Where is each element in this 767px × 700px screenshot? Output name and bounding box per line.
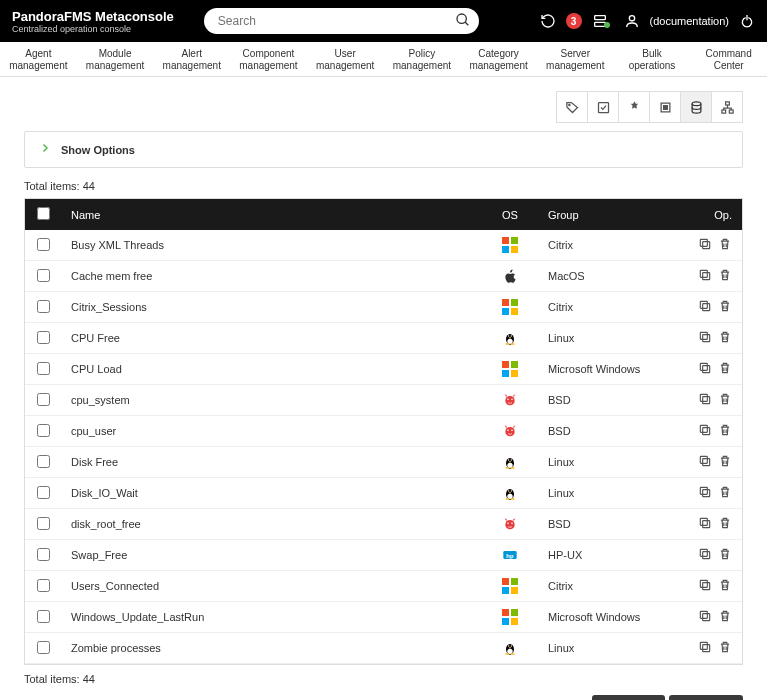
nav-item-bulk[interactable]: Bulkoperations: [614, 48, 691, 72]
create-button[interactable]: Create: [669, 695, 743, 700]
svg-point-57: [507, 523, 509, 525]
trash-icon[interactable]: [718, 485, 732, 501]
nav-item-component[interactable]: Componentmanagement: [230, 48, 307, 72]
row-checkbox[interactable]: [37, 641, 50, 654]
row-checkbox[interactable]: [37, 548, 50, 561]
delete-button[interactable]: Delete: [592, 695, 665, 700]
copy-icon[interactable]: [698, 547, 712, 563]
tool-network-icon[interactable]: [711, 91, 743, 123]
row-name[interactable]: Swap_Free: [61, 540, 482, 571]
row-name[interactable]: Users_Connected: [61, 571, 482, 602]
row-name[interactable]: Citrix_Sessions: [61, 292, 482, 323]
row-name[interactable]: Cache mem free: [61, 261, 482, 292]
trash-icon[interactable]: [718, 640, 732, 656]
row-checkbox[interactable]: [37, 610, 50, 623]
row-checkbox[interactable]: [37, 269, 50, 282]
search-input[interactable]: [204, 8, 479, 34]
copy-icon[interactable]: [698, 237, 712, 253]
svg-rect-19: [700, 301, 707, 308]
row-os: [482, 292, 538, 323]
copy-icon[interactable]: [698, 423, 712, 439]
copy-icon[interactable]: [698, 361, 712, 377]
nav-item-user[interactable]: Usermanagement: [307, 48, 384, 72]
nav-item-agent[interactable]: Agentmanagement: [0, 48, 77, 72]
copy-icon[interactable]: [698, 516, 712, 532]
trash-icon[interactable]: [718, 454, 732, 470]
trash-icon[interactable]: [718, 299, 732, 315]
svg-point-73: [505, 653, 509, 655]
header-group[interactable]: Group: [538, 199, 678, 230]
svg-rect-66: [700, 580, 707, 587]
nav-item-category[interactable]: Categorymanagement: [460, 48, 537, 72]
row-checkbox[interactable]: [37, 331, 50, 344]
row-checkbox[interactable]: [37, 393, 50, 406]
nav-item-module[interactable]: Modulemanagement: [77, 48, 154, 72]
row-checkbox[interactable]: [37, 486, 50, 499]
copy-icon[interactable]: [698, 640, 712, 656]
row-name[interactable]: CPU Load: [61, 354, 482, 385]
copy-icon[interactable]: [698, 268, 712, 284]
trash-icon[interactable]: [718, 547, 732, 563]
user-icon[interactable]: [624, 13, 640, 29]
copy-icon[interactable]: [698, 330, 712, 346]
copy-icon[interactable]: [698, 609, 712, 625]
row-checkbox[interactable]: [37, 362, 50, 375]
logout-icon[interactable]: [739, 13, 755, 29]
tool-inventory-icon[interactable]: [649, 91, 681, 123]
svg-point-56: [505, 520, 514, 529]
row-name[interactable]: Disk Free: [61, 447, 482, 478]
trash-icon[interactable]: [718, 392, 732, 408]
nav-item-command[interactable]: CommandCenter: [690, 48, 767, 72]
username-label[interactable]: (documentation): [650, 15, 730, 27]
copy-icon[interactable]: [698, 578, 712, 594]
tool-tag-icon[interactable]: [556, 91, 588, 123]
alert-badge[interactable]: 3: [566, 13, 582, 29]
header-os[interactable]: OS: [482, 199, 538, 230]
row-name[interactable]: CPU Free: [61, 323, 482, 354]
row-name[interactable]: Zombie processes: [61, 633, 482, 664]
row-checkbox[interactable]: [37, 238, 50, 251]
header-checkbox[interactable]: [25, 199, 61, 230]
tool-database-icon[interactable]: [680, 91, 712, 123]
row-checkbox[interactable]: [37, 517, 50, 530]
nav-item-policy[interactable]: Policymanagement: [384, 48, 461, 72]
row-name[interactable]: cpu_user: [61, 416, 482, 447]
show-options-bar[interactable]: Show Options: [24, 131, 743, 168]
server-status-icon[interactable]: [592, 13, 614, 29]
row-name[interactable]: Windows_Update_LastRun: [61, 602, 482, 633]
row-checkbox[interactable]: [37, 579, 50, 592]
total-items-top: Total items: 44: [24, 180, 743, 192]
row-name[interactable]: disk_root_free: [61, 509, 482, 540]
nav-item-server[interactable]: Servermanagement: [537, 48, 614, 72]
trash-icon[interactable]: [718, 516, 732, 532]
refresh-icon[interactable]: [540, 13, 556, 29]
copy-icon[interactable]: [698, 392, 712, 408]
tool-plugin-icon[interactable]: [618, 91, 650, 123]
trash-icon[interactable]: [718, 609, 732, 625]
row-name[interactable]: Busy XML Threads: [61, 230, 482, 261]
row-checkbox[interactable]: [37, 455, 50, 468]
select-all-checkbox[interactable]: [37, 207, 50, 220]
copy-icon[interactable]: [698, 299, 712, 315]
trash-icon[interactable]: [718, 237, 732, 253]
trash-icon[interactable]: [718, 268, 732, 284]
svg-rect-67: [703, 614, 710, 621]
copy-icon[interactable]: [698, 485, 712, 501]
svg-point-0: [457, 14, 466, 23]
trash-icon[interactable]: [718, 330, 732, 346]
trash-icon[interactable]: [718, 423, 732, 439]
header-op: Op.: [678, 199, 742, 230]
svg-rect-75: [703, 645, 710, 652]
svg-rect-17: [700, 270, 707, 277]
row-name[interactable]: Disk_IO_Wait: [61, 478, 482, 509]
copy-icon[interactable]: [698, 454, 712, 470]
row-checkbox[interactable]: [37, 424, 50, 437]
trash-icon[interactable]: [718, 361, 732, 377]
header-name[interactable]: Name: [61, 199, 482, 230]
nav-item-alert[interactable]: Alertmanagement: [153, 48, 230, 72]
row-checkbox[interactable]: [37, 300, 50, 313]
search-icon[interactable]: [455, 12, 471, 31]
trash-icon[interactable]: [718, 578, 732, 594]
tool-check-icon[interactable]: [587, 91, 619, 123]
row-name[interactable]: cpu_system: [61, 385, 482, 416]
